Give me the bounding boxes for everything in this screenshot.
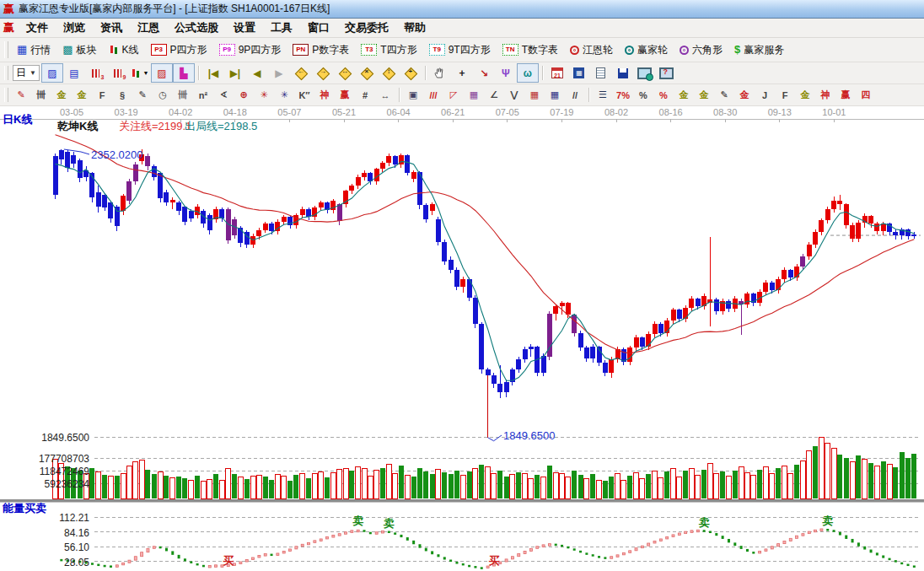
- toolbar-button-prev-bar[interactable]: ◀: [246, 63, 268, 83]
- draw-tool-k-mark[interactable]: K″: [294, 85, 314, 105]
- toolbar-button-network-data[interactable]: [634, 63, 656, 83]
- menu-item-window[interactable]: 窗口: [300, 19, 337, 37]
- draw-tool-gold-angle[interactable]: 金: [795, 85, 815, 105]
- draw-tool-grid-123[interactable]: #: [355, 85, 375, 105]
- toolbar-button-hexagon[interactable]: 六角形: [674, 40, 728, 60]
- toolbar-button-candle-type[interactable]: ▼: [129, 63, 151, 83]
- draw-tool-circle-cross[interactable]: ⊕: [234, 85, 254, 105]
- draw-tool-percent-line[interactable]: %: [653, 85, 674, 105]
- toolbar-button-goto-first[interactable]: |◀: [202, 63, 224, 83]
- toolbar-button-shift-right[interactable]: →: [312, 63, 334, 83]
- draw-tool-box-select[interactable]: ▣: [403, 85, 423, 105]
- draw-tool-pen-candle[interactable]: ✎: [714, 85, 734, 105]
- draw-tool-levels[interactable]: ☰: [593, 85, 613, 105]
- menu-item-file[interactable]: 文件: [19, 19, 56, 37]
- draw-tool-golden-ruler[interactable]: 金: [51, 85, 72, 105]
- toolbar-button-volume-profile[interactable]: ▙: [173, 63, 195, 83]
- period-selector-dropdown[interactable]: 日▼: [13, 65, 40, 81]
- menu-item-gann[interactable]: 江恩: [130, 19, 167, 37]
- draw-tool-cycle-circle[interactable]: ◷: [153, 85, 173, 105]
- draw-tool-shen-grid[interactable]: 神: [314, 85, 335, 105]
- draw-tool-j-angle[interactable]: J: [755, 85, 775, 105]
- draw-tool-gann-web[interactable]: ✳: [254, 85, 274, 105]
- draw-tool-ruler-marks[interactable]: 卌: [31, 85, 51, 105]
- draw-tool-shen-angle[interactable]: 神: [815, 85, 835, 105]
- draw-tool-gold-level[interactable]: 金: [694, 85, 714, 105]
- toolbar-button-p-square[interactable]: P3P四方形: [145, 40, 213, 60]
- h-extend-icon: ↔: [381, 90, 390, 100]
- draw-tool-web-box-purple[interactable]: ▦: [464, 85, 484, 105]
- draw-tool-grid-blue[interactable]: ▦: [545, 85, 565, 105]
- draw-tool-parallel-lines[interactable]: //: [565, 85, 585, 105]
- toolbar-button-k3-chart[interactable]: 3: [85, 63, 107, 83]
- toolbar-button-k9-chart[interactable]: 9: [107, 63, 129, 83]
- draw-tool-golden-ruler-2[interactable]: 金: [72, 85, 92, 105]
- draw-tool-angle-rays[interactable]: ∠: [484, 85, 504, 105]
- toolbar-button-gann-shape-tool[interactable]: Ψ: [495, 63, 517, 83]
- draw-tool-pen-ruler[interactable]: ✎: [132, 85, 153, 105]
- draw-tool-wave-gold[interactable]: 金: [734, 85, 755, 105]
- menu-item-formula-picker[interactable]: 公式选股: [167, 19, 226, 37]
- toolbar-button-p9-square[interactable]: P99P四方形: [213, 40, 287, 60]
- menu-item-settings[interactable]: 设置: [226, 19, 263, 37]
- toolbar-button-kline[interactable]: K线: [103, 40, 145, 60]
- menu-item-tools[interactable]: 工具: [263, 19, 300, 37]
- toolbar-button-next-bar[interactable]: ▶: [268, 63, 290, 83]
- toolbar-button-analysis-tool[interactable]: ω: [517, 63, 539, 83]
- draw-tool-draw-knife[interactable]: ✎: [11, 85, 31, 105]
- volume-axis-label: 177708703: [15, 453, 89, 465]
- draw-tool-h-extend[interactable]: ↔: [375, 85, 395, 105]
- shift-right-diamond-icon: →: [316, 67, 329, 79]
- toolbar-button-winner-service[interactable]: $赢家服务: [728, 40, 790, 60]
- toolbar-button-calculator[interactable]: ▦: [568, 63, 590, 83]
- draw-tool-zigzag[interactable]: ⋁: [504, 85, 524, 105]
- chart-area[interactable]: 日K线 乾坤K线 关注线=2199.1 出局线=2198.5 2352.0200…: [0, 106, 924, 571]
- menu-item-trade-entrust[interactable]: 交易委托: [337, 19, 396, 37]
- menu-item-browse[interactable]: 浏览: [56, 19, 93, 37]
- toolbar-button-t-digit-table[interactable]: TNT数字表: [497, 40, 564, 60]
- toolbar-button-pattern-view[interactable]: ▨: [41, 63, 63, 83]
- exit-line-label: 出局线=2198.5: [185, 119, 257, 134]
- toolbar-button-winner-wheel[interactable]: Big赢家轮: [619, 40, 674, 60]
- draw-tool-spiral-tool[interactable]: §: [112, 85, 132, 105]
- toolbar-button-drag-hand[interactable]: [429, 63, 451, 83]
- toolbar-button-pattern-red[interactable]: ▨: [151, 63, 173, 83]
- toolbar-button-list-view[interactable]: ▤: [63, 63, 85, 83]
- draw-tool-seven-percent[interactable]: 7%: [613, 85, 633, 105]
- menu-item-help[interactable]: 帮助: [396, 19, 433, 37]
- toolbar-button-market-quotes[interactable]: ▦行情: [11, 40, 56, 60]
- toolbar-button-notebook[interactable]: [590, 63, 612, 83]
- toolbar-button-gann-wheel[interactable]: 江恩轮: [564, 40, 619, 60]
- draw-tool-f-angle[interactable]: F: [775, 85, 795, 105]
- toolbar-button-goto-last[interactable]: ▶|: [224, 63, 246, 83]
- draw-tool-ying-angle[interactable]: 赢: [835, 85, 856, 105]
- draw-tool-si-angle[interactable]: 四: [856, 85, 876, 105]
- toolbar-button-remote-help[interactable]: [656, 63, 678, 83]
- toolbar-button-sectors[interactable]: ▩板块: [56, 40, 102, 60]
- draw-tool-fan-box[interactable]: ◸: [443, 85, 464, 105]
- draw-tool-ying-grid[interactable]: 赢: [335, 85, 355, 105]
- draw-tool-f-ruler[interactable]: F: [92, 85, 112, 105]
- toolbar-button-v-scale[interactable]: ↕: [378, 63, 400, 83]
- toolbar-button-t-square[interactable]: T3T四方形: [355, 40, 422, 60]
- toolbar-button-save[interactable]: [612, 63, 634, 83]
- draw-tool-gold-circle[interactable]: 金: [674, 85, 694, 105]
- toolbar-button-t9-square[interactable]: T99T四方形: [423, 40, 497, 60]
- toolbar-button-p-digit-table[interactable]: PNP数字表: [287, 40, 355, 60]
- toolbar-button-compress[interactable]: ×: [356, 63, 378, 83]
- draw-tool-angle-mirror[interactable]: ∢: [213, 85, 234, 105]
- toolbar-button-crosshair[interactable]: +: [451, 63, 473, 83]
- menu-item-news[interactable]: 资讯: [93, 19, 130, 37]
- draw-tool-n-square[interactable]: n²: [193, 85, 213, 105]
- draw-tool-grid-red[interactable]: ▦: [524, 85, 545, 105]
- draw-tool-percent[interactable]: %: [633, 85, 653, 105]
- toolbar-button-h-scale[interactable]: ↔: [334, 63, 356, 83]
- draw-tool-ruler-dense[interactable]: 卌: [173, 85, 193, 105]
- chart-canvas[interactable]: [0, 106, 924, 571]
- toolbar-button-expand[interactable]: +: [400, 63, 422, 83]
- toolbar-button-shift-left[interactable]: ←: [290, 63, 312, 83]
- draw-tool-fan-lines[interactable]: ///: [423, 85, 443, 105]
- toolbar-button-line-picker[interactable]: ↘: [473, 63, 495, 83]
- draw-tool-gann-web-box[interactable]: ✳: [274, 85, 294, 105]
- toolbar-button-calendar[interactable]: 21: [546, 63, 568, 83]
